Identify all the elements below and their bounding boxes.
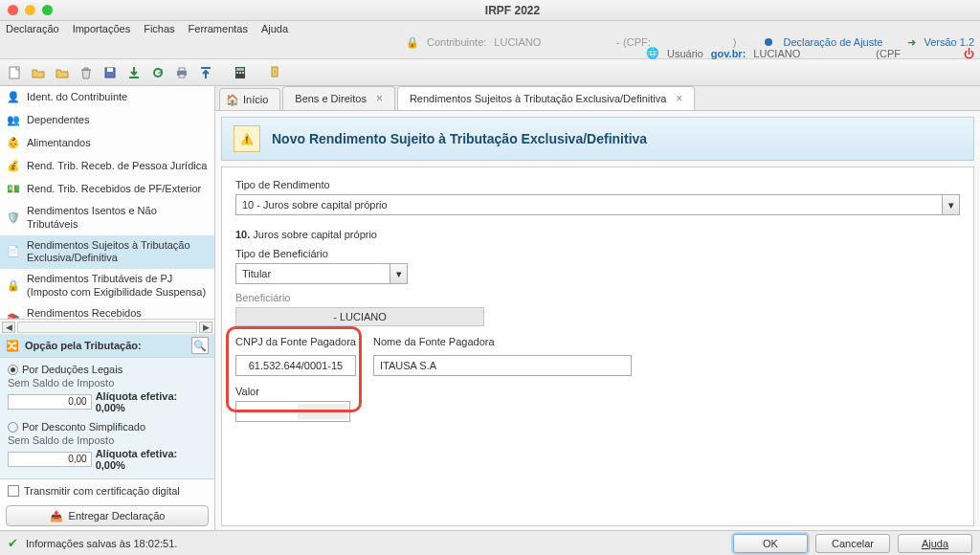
valor-input[interactable]: [235, 401, 350, 422]
menu-ajuda[interactable]: Ajuda: [261, 23, 288, 34]
sidebar-item-acumulada[interactable]: 📚Rendimentos Recebidos Acumuladamente: [0, 303, 214, 320]
opcao-tributacao-bar: 🔀 Opção pela Tributação: 🔍: [0, 334, 214, 357]
sidebar-item-exclusiva[interactable]: 📄Rendimentos Sujeitos à Tributação Exclu…: [0, 235, 214, 270]
benef-value: - LUCIANO: [333, 311, 387, 322]
minimize-window-icon[interactable]: [25, 5, 35, 15]
tab-label: Bens e Direitos: [295, 93, 367, 104]
print-icon[interactable]: [171, 62, 192, 83]
help-button[interactable]: Ajuda: [898, 534, 972, 553]
svg-rect-5: [179, 68, 185, 71]
transmitir-row: Transmitir com certificação digital: [0, 478, 214, 502]
tipo-rend-combo[interactable]: 10 - Juros sobre capital próprio ▾: [235, 194, 960, 215]
search-button[interactable]: 🔍: [191, 337, 209, 354]
radio-deducoes[interactable]: [8, 365, 18, 375]
menu-ferramentas[interactable]: Ferramentas: [189, 23, 248, 34]
menu-fichas[interactable]: Fichas: [144, 23, 174, 34]
close-window-icon[interactable]: [8, 5, 18, 15]
transmitir-checkbox[interactable]: [8, 485, 19, 497]
svg-rect-11: [239, 72, 241, 74]
trash-icon[interactable]: [76, 62, 97, 83]
menu-importacoes[interactable]: Importações: [73, 23, 131, 34]
tab-inicio[interactable]: 🏠Início: [219, 88, 280, 110]
entregar-button[interactable]: 📤 Entregar Declaração: [6, 505, 209, 526]
window-title: IRPF 2022: [53, 4, 972, 17]
radio-simplificado[interactable]: [8, 422, 18, 433]
save-icon[interactable]: [100, 62, 121, 83]
ok-button[interactable]: OK: [733, 534, 808, 553]
zoom-window-icon[interactable]: [42, 5, 53, 15]
saldo-valor: 0,00: [8, 394, 92, 410]
menu-declaracao[interactable]: Declaração: [6, 23, 59, 34]
sidebar-item-ident[interactable]: 👤Ident. do Contribuinte: [0, 86, 214, 109]
calc-icon[interactable]: [230, 62, 251, 83]
import-icon[interactable]: [123, 62, 145, 83]
nome-fonte-input[interactable]: ITAUSA S.A: [373, 355, 632, 376]
close-tab-icon[interactable]: ×: [676, 92, 682, 105]
scroll-track[interactable]: [17, 322, 197, 333]
open-folder2-icon[interactable]: [52, 62, 73, 83]
sidebar-item-rend-pf[interactable]: 💵Rend. Trib. Recebidos de PF/Exterior: [0, 178, 214, 201]
svg-text:!: !: [274, 68, 276, 77]
tab-bens[interactable]: Bens e Direitos×: [282, 86, 395, 110]
decl-ajuste-icon: [765, 38, 772, 46]
stack-icon: 📚: [6, 312, 21, 319]
open-folder-icon[interactable]: [28, 62, 49, 83]
people-icon: 👥: [6, 113, 21, 128]
tab-rendimentos[interactable]: Rendimentos Sujeitos à Tributação Exclus…: [397, 86, 695, 110]
titlebar: IRPF 2022: [0, 0, 980, 21]
tipo-rend-label: Tipo de Rendimento: [235, 179, 960, 190]
home-icon: 🏠: [226, 94, 239, 106]
nav-list: 👤Ident. do Contribuinte 👥Dependentes 👶Al…: [0, 86, 214, 319]
svg-rect-0: [10, 67, 19, 78]
globe-icon: 🌐: [646, 47, 659, 59]
sidebar-item-dependentes[interactable]: 👥Dependentes: [0, 109, 214, 132]
content-area: 🏠Início Bens e Direitos× Rendimentos Suj…: [215, 86, 980, 532]
cnpj-value: 61.532.644/0001-15: [249, 360, 343, 371]
aliquota-label: Alíquota efetiva: 0,00%: [96, 390, 207, 413]
user-domain[interactable]: gov.br:: [711, 48, 746, 59]
doc-icon: 📄: [6, 244, 21, 259]
sidebar-item-label: Alimentandos: [27, 137, 91, 150]
sidebar-hscroll[interactable]: ◀ ▶: [0, 319, 214, 334]
sidebar-item-label: Dependentes: [27, 114, 89, 127]
cnpj-input[interactable]: 61.532.644/0001-15: [235, 355, 356, 376]
chevron-down-icon[interactable]: ▾: [942, 195, 959, 214]
tipo-benef-select[interactable]: Titular ▾: [235, 263, 408, 284]
deliver-icon: 📤: [50, 510, 63, 522]
export-icon[interactable]: [195, 62, 216, 83]
scroll-right-icon[interactable]: ▶: [199, 322, 212, 333]
cpf2-label: (CPF: [876, 48, 901, 59]
tabbar: 🏠Início Bens e Direitos× Rendimentos Suj…: [215, 86, 980, 111]
tab-label: Rendimentos Sujeitos à Tributação Exclus…: [410, 93, 666, 104]
nome-fonte-label: Nome da Fonte Pagadora: [373, 336, 632, 347]
exit-icon[interactable]: ⏻: [964, 48, 974, 59]
versao-icon: ➜: [907, 36, 916, 49]
sidebar-item-alimentandos[interactable]: 👶Alimentandos: [0, 132, 214, 155]
cnpj-label: CNPJ da Fonte Pagadora: [235, 336, 356, 347]
statusbar: ✔ Informações salvas às 18:02:51. OK Can…: [0, 530, 980, 555]
opcao-label: Opção pela Tributação:: [25, 340, 142, 351]
warn-icon[interactable]: !: [264, 62, 285, 83]
sidebar-item-rend-pj[interactable]: 💰Rend. Trib. Receb. de Pessoa Jurídica: [0, 155, 214, 178]
money2-icon: 💵: [6, 182, 21, 197]
new-doc-icon[interactable]: [4, 62, 25, 83]
refresh-icon[interactable]: [147, 62, 168, 83]
sidebar-item-tributaveis-pj[interactable]: 🔒Rendimentos Tributáveis de PJ (Imposto …: [0, 269, 214, 303]
sem-saldo-label2: Sem Saldo de Imposto: [8, 434, 114, 446]
page-title: Novo Rendimento Sujeito à Tributação Exc…: [272, 131, 647, 146]
tax-panel: Por Deduções Legais Sem Saldo de Imposto…: [0, 357, 214, 478]
scroll-left-icon[interactable]: ◀: [2, 322, 15, 333]
person-icon: 👤: [6, 90, 21, 105]
tipo-benef-label: Tipo de Beneficiário: [235, 248, 960, 259]
chevron-down-icon[interactable]: ▾: [390, 264, 407, 283]
valor-label: Valor: [235, 386, 960, 397]
form-panel: Tipo de Rendimento 10 - Juros sobre capi…: [221, 166, 974, 526]
cancel-button[interactable]: Cancelar: [815, 534, 890, 553]
cancel-label: Cancelar: [832, 538, 874, 549]
lock2-icon: 🔒: [6, 278, 21, 294]
top-infobar: 🔒 Contribuinte: LUCIANO - (CPF: ) Declar…: [0, 36, 980, 48]
close-tab-icon[interactable]: ×: [376, 92, 383, 105]
decl-ajuste-link[interactable]: Declaração de Ajuste: [783, 36, 882, 48]
sidebar-item-isentos[interactable]: 🛡️Rendimentos Isentos e Não Tributáveis: [0, 201, 214, 235]
sem-saldo-label: Sem Saldo de Imposto: [8, 377, 114, 388]
